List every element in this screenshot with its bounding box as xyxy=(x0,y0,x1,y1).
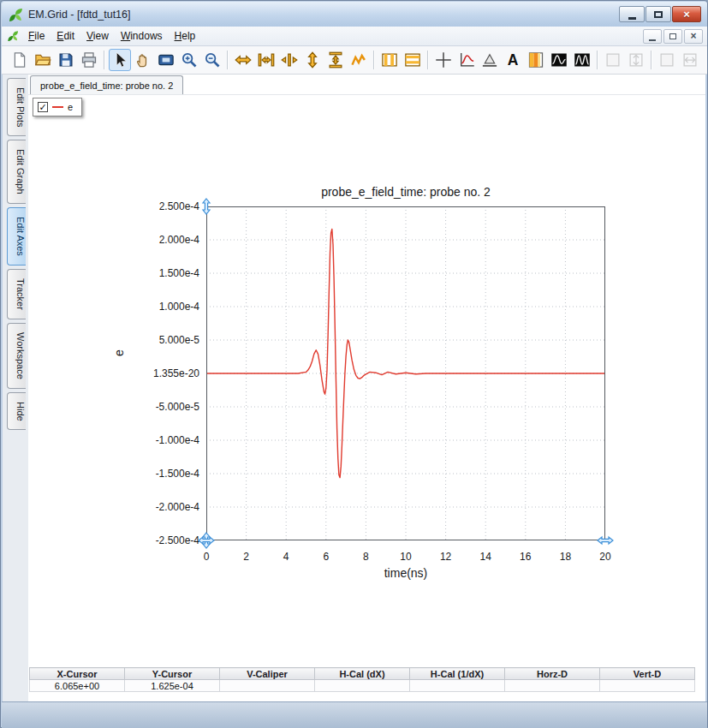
zoom-in-button[interactable] xyxy=(178,49,200,71)
window-bottom-frame xyxy=(2,701,707,728)
menu-help[interactable]: Help xyxy=(169,28,202,44)
zoom-out-button[interactable] xyxy=(201,49,223,71)
h-fit-button[interactable] xyxy=(255,49,277,71)
v-expand-icon xyxy=(304,51,321,69)
axes-curve-button[interactable] xyxy=(455,49,478,71)
y-tick-label: -1.000e-4 xyxy=(110,434,199,446)
x-tick-label: 14 xyxy=(471,551,500,563)
autoscale-icon xyxy=(350,51,367,69)
fit-horizontal-button xyxy=(679,49,701,71)
page-outline2-icon xyxy=(658,51,675,69)
x-tick-label: 0 xyxy=(192,551,221,563)
waveform-button[interactable] xyxy=(548,49,570,71)
close-icon: × xyxy=(683,9,690,20)
menu-file[interactable]: File xyxy=(22,28,51,44)
crosshair-button[interactable] xyxy=(432,49,455,71)
legend-series-line-swatch xyxy=(52,106,63,108)
mdi-close-button[interactable]: × xyxy=(684,29,703,44)
workspace: Edit PlotsEdit GraphEdit AxesTrackerWork… xyxy=(2,75,707,701)
x-tick-label: 10 xyxy=(391,551,420,563)
colormap-button[interactable] xyxy=(525,49,547,71)
plot-canvas[interactable] xyxy=(206,206,605,540)
cursor-value-cell xyxy=(315,680,410,692)
v-fit-button[interactable] xyxy=(324,49,347,71)
waveform-icon xyxy=(550,51,568,69)
cursor-col-header: V-Caliper xyxy=(220,668,315,680)
y-tick-label: -2.500e-4 xyxy=(110,534,199,546)
cursor-value-cell xyxy=(220,680,315,692)
cursor-value-cell xyxy=(410,680,505,692)
y-tick-label: 2.500e-4 xyxy=(110,200,199,212)
legend-checkbox[interactable]: ✓ xyxy=(38,102,48,112)
document-tab[interactable]: probe_e_field_time: probe no. 2 xyxy=(30,75,183,95)
document-tab-label: probe_e_field_time: probe no. 2 xyxy=(40,81,173,91)
y-tick-label: 1.000e-4 xyxy=(110,301,199,313)
x-tick-label: 4 xyxy=(271,551,300,563)
crosshair-icon xyxy=(435,51,452,69)
x-tick-label: 2 xyxy=(232,551,261,563)
menu-edit[interactable]: Edit xyxy=(51,28,80,44)
menu-windows[interactable]: Windows xyxy=(115,28,169,44)
titlebar[interactable]: EM.Grid - [fdtd_tut16] × xyxy=(2,2,707,27)
rows-button[interactable] xyxy=(402,49,424,71)
legend-box: ✓ e xyxy=(33,98,82,116)
toolbar-separator xyxy=(104,51,105,69)
sidebar-tab-edit-graph[interactable]: Edit Graph xyxy=(7,140,26,204)
waveform2-icon xyxy=(574,51,591,69)
mdi-minimize-icon xyxy=(649,39,656,41)
sidebar-tab-strip: Edit PlotsEdit GraphEdit AxesTrackerWork… xyxy=(3,75,28,701)
select-pointer-button[interactable] xyxy=(109,49,131,71)
fit-horizontal-icon xyxy=(681,51,699,69)
maximize-icon xyxy=(654,11,663,18)
open-button[interactable] xyxy=(32,49,54,71)
h-expand-button[interactable] xyxy=(232,49,254,71)
minimize-icon xyxy=(628,17,636,20)
window-controls: × xyxy=(619,6,701,22)
text-annotation-icon: A xyxy=(504,51,521,69)
new-button[interactable] xyxy=(9,49,31,71)
zoom-region-button[interactable] xyxy=(155,49,177,71)
close-button[interactable]: × xyxy=(672,6,701,22)
mdi-minimize-button[interactable] xyxy=(643,29,662,44)
y-tick-label: -5.000e-5 xyxy=(110,401,199,413)
waveform2-button[interactable] xyxy=(571,49,593,71)
maximize-button[interactable] xyxy=(646,6,671,22)
minimize-button[interactable] xyxy=(619,6,645,22)
h-expand-icon xyxy=(235,51,252,69)
toolbar-separator xyxy=(227,51,229,69)
x-tick-label: 12 xyxy=(431,551,461,563)
menu-view[interactable]: View xyxy=(80,28,115,44)
cursor-value-cell xyxy=(505,680,600,692)
print-button[interactable] xyxy=(78,49,100,71)
v-fit-icon xyxy=(327,51,344,69)
autoscale-button[interactable] xyxy=(348,49,370,71)
caliper-icon xyxy=(481,51,498,69)
cursor-col-header: Horz-D xyxy=(505,668,600,680)
x-tick-label: 16 xyxy=(511,551,540,563)
save-button[interactable] xyxy=(55,49,77,71)
columns-button[interactable] xyxy=(378,49,401,71)
x-tick-label: 6 xyxy=(312,551,341,563)
x-tick-label: 8 xyxy=(351,551,380,563)
sidebar-tab-workspace[interactable]: Workspace xyxy=(7,323,26,389)
sidebar-tab-edit-plots[interactable]: Edit Plots xyxy=(7,78,26,136)
y-axis-label: e xyxy=(112,336,126,370)
h-collapse-button[interactable] xyxy=(278,49,300,71)
y-tick-label: -2.000e-4 xyxy=(110,501,199,513)
sidebar-tab-hide[interactable]: Hide xyxy=(7,392,26,431)
cursor-col-header: X-Cursor xyxy=(30,668,125,680)
caliper-button[interactable] xyxy=(479,49,501,71)
sidebar-tab-tracker[interactable]: Tracker xyxy=(7,269,26,319)
toolbar: A xyxy=(2,46,707,75)
mdi-restore-button[interactable] xyxy=(663,29,682,44)
text-annotation-button[interactable]: A xyxy=(502,49,524,71)
cursor-col-header: Vert-D xyxy=(600,668,695,680)
x-tick-label: 20 xyxy=(591,551,620,563)
pan-hand-button[interactable] xyxy=(132,49,154,71)
sidebar-tab-edit-axes[interactable]: Edit Axes xyxy=(7,207,26,266)
mdi-system-icon[interactable] xyxy=(6,29,20,43)
chart-title: probe_e_field_time: probe no. 2 xyxy=(206,185,605,199)
v-expand-button[interactable] xyxy=(301,49,324,71)
mdi-restore-icon xyxy=(669,33,676,39)
y-tick-label: -1.500e-4 xyxy=(110,468,199,480)
